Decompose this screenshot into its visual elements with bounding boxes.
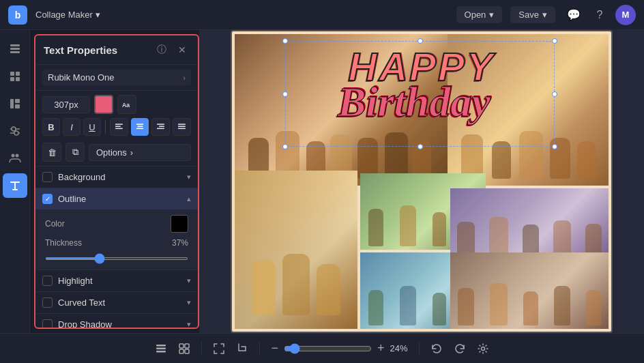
panel-close-button[interactable]: ✕ xyxy=(175,42,190,57)
svg-rect-7 xyxy=(10,99,14,108)
italic-button[interactable]: I xyxy=(63,118,80,136)
text-properties-panel: Text Properties ⓘ ✕ Rubik Mono One › Aa … xyxy=(34,34,199,329)
app-name-btn[interactable]: Collage Maker ▾ xyxy=(35,10,100,20)
duplicate-button[interactable]: ⧉ xyxy=(65,143,85,162)
highlight-section: Highlight ▾ xyxy=(35,270,198,292)
help-icon-btn[interactable]: ? xyxy=(589,5,610,25)
outline-chevron-icon: ▴ xyxy=(187,194,191,203)
delete-button[interactable]: 🗑 xyxy=(42,143,61,162)
outline-color-row: Color xyxy=(45,215,188,233)
outline-checkbox[interactable] xyxy=(42,194,53,204)
highlight-chevron-icon: ▾ xyxy=(187,276,191,285)
undo-btn[interactable] xyxy=(430,343,443,355)
layers-bottom-btn[interactable] xyxy=(155,343,167,355)
svg-rect-25 xyxy=(157,124,164,125)
justify-button[interactable] xyxy=(173,118,191,136)
background-header[interactable]: Background ▾ xyxy=(35,166,198,188)
outline-body: Color Thickness 37% xyxy=(35,209,198,270)
background-label: Background xyxy=(58,172,181,182)
actions-row: 🗑 ⧉ Options › xyxy=(35,140,198,166)
highlight-header[interactable]: Highlight ▾ xyxy=(35,270,198,291)
svg-rect-36 xyxy=(179,349,184,353)
svg-rect-26 xyxy=(159,126,164,127)
underline-button[interactable]: U xyxy=(83,118,101,136)
save-button[interactable]: Save ▾ xyxy=(510,6,555,23)
sidebar-grid-btn[interactable] xyxy=(3,91,27,116)
chat-icon-btn[interactable]: 💬 xyxy=(564,5,584,25)
font-chevron-icon: › xyxy=(183,74,186,82)
sidebar-people-btn[interactable] xyxy=(3,146,27,171)
color-label: Color xyxy=(45,219,165,229)
drop-shadow-header[interactable]: Drop Shadow ▾ xyxy=(35,314,198,329)
open-button[interactable]: Open ▾ xyxy=(456,6,503,23)
font-size-input[interactable] xyxy=(42,96,90,113)
bold-button[interactable]: B xyxy=(42,118,60,136)
sidebar-layers-btn[interactable] xyxy=(3,37,27,61)
highlight-checkbox[interactable] xyxy=(42,276,53,286)
outline-section: Outline ▴ Color Thickness 37% xyxy=(35,188,198,270)
panel-info-button[interactable]: ⓘ xyxy=(154,42,169,57)
bottom-toolbar: − + 24% xyxy=(0,333,644,363)
topbar: b Collage Maker ▾ Open ▾ Save ▾ 💬 ? M xyxy=(0,0,644,30)
curved-text-checkbox[interactable] xyxy=(42,297,53,308)
text-color-swatch[interactable] xyxy=(94,95,113,114)
outline-header[interactable]: Outline ▴ xyxy=(35,188,198,209)
svg-rect-24 xyxy=(136,128,144,130)
svg-rect-31 xyxy=(156,345,166,347)
sidebar-text-btn[interactable] xyxy=(3,173,27,198)
background-section: Background ▾ xyxy=(35,166,198,188)
crop-btn[interactable] xyxy=(236,343,248,355)
panel-title: Text Properties xyxy=(44,44,149,56)
svg-point-17 xyxy=(15,154,18,158)
photo-cell-3 xyxy=(235,171,357,329)
svg-rect-19 xyxy=(115,124,123,125)
curved-text-chevron-icon: ▾ xyxy=(187,298,191,307)
zoom-out-btn[interactable]: − xyxy=(271,341,278,355)
drop-shadow-section: Drop Shadow ▾ xyxy=(35,314,198,329)
open-chevron-icon: ▾ xyxy=(489,10,494,20)
align-center-button[interactable] xyxy=(131,118,149,136)
grid-bottom-btn[interactable] xyxy=(178,343,190,355)
svg-point-38 xyxy=(481,347,484,350)
svg-rect-21 xyxy=(115,128,123,130)
redo-btn[interactable] xyxy=(454,343,466,355)
svg-point-16 xyxy=(11,154,14,158)
align-right-button[interactable] xyxy=(151,118,170,136)
outline-color-swatch[interactable] xyxy=(171,215,188,233)
drop-shadow-checkbox[interactable] xyxy=(42,319,53,329)
svg-rect-29 xyxy=(178,126,186,127)
panel-header: Text Properties ⓘ ✕ xyxy=(35,35,198,65)
icon-sidebar xyxy=(0,30,30,333)
svg-rect-35 xyxy=(185,344,189,348)
font-family-selector[interactable]: Rubik Mono One › xyxy=(42,69,191,86)
thickness-value: 37% xyxy=(172,238,188,248)
svg-rect-37 xyxy=(185,349,189,353)
collage-frame[interactable]: HAPPY Birthday xyxy=(231,30,613,333)
photo-cell-6 xyxy=(450,252,609,329)
font-name-label: Rubik Mono One xyxy=(48,72,115,83)
curved-text-header[interactable]: Curved Text ▾ xyxy=(35,292,198,313)
text-case-button[interactable]: Aa xyxy=(117,95,136,114)
topbar-icons: 💬 ? M xyxy=(564,5,636,25)
zoom-slider[interactable] xyxy=(284,343,372,354)
zoom-in-btn[interactable]: + xyxy=(377,341,385,355)
thickness-slider[interactable] xyxy=(45,257,188,260)
avatar[interactable]: M xyxy=(615,5,636,25)
svg-rect-0 xyxy=(10,44,20,46)
svg-rect-30 xyxy=(178,128,186,130)
font-selector-section: Rubik Mono One › xyxy=(35,65,198,91)
background-checkbox[interactable] xyxy=(42,172,53,182)
svg-rect-2 xyxy=(10,51,20,53)
settings-btn[interactable] xyxy=(477,343,489,355)
sidebar-shapes-btn[interactable] xyxy=(3,64,27,89)
svg-rect-28 xyxy=(178,124,186,125)
options-button[interactable]: Options › xyxy=(89,144,191,161)
drop-shadow-label: Drop Shadow xyxy=(58,319,181,329)
align-left-button[interactable] xyxy=(110,118,128,136)
fit-btn[interactable] xyxy=(213,343,225,355)
svg-rect-33 xyxy=(156,351,166,353)
svg-point-10 xyxy=(12,127,16,131)
birthday-text[interactable]: Birthday xyxy=(338,78,491,126)
canvas-area[interactable]: HAPPY Birthday xyxy=(199,30,644,333)
sidebar-filters-btn[interactable] xyxy=(3,119,27,143)
